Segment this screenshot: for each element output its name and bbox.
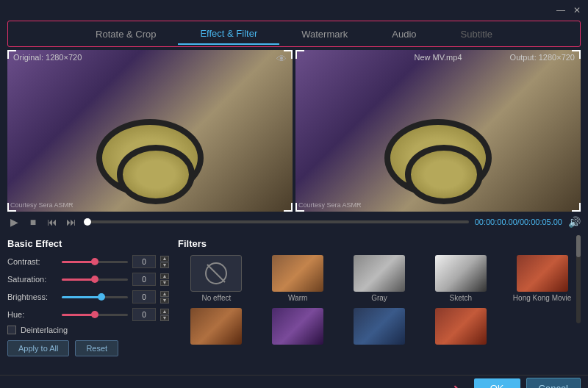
prev-frame-button[interactable]: ⏮ [46,215,59,229]
brightness-down[interactable]: ▼ [160,298,169,303]
close-button[interactable]: ✕ [572,5,582,15]
time-display: 00:00:00.00/00:00:05.00 [475,218,562,226]
filter-purple-thumb [272,308,323,345]
brightness-label: Brightness: [7,292,57,301]
hue-label: Hue: [7,310,57,319]
filter-warm-thumb [272,255,323,292]
contrast-down[interactable]: ▼ [160,262,169,268]
output-label: Output: 1280×720 [510,53,575,62]
right-watermark: Courtesy Sera ASMR [298,201,362,209]
filename-label: New MV.mp4 [414,53,462,62]
tab-watermark[interactable]: Watermark [279,24,370,44]
tab-effect-filter[interactable]: Effect & Filter [178,24,279,45]
filter-sketch-thumb [435,255,487,292]
contrast-value: 0 [132,255,156,268]
tab-bar: Rotate & Crop Effect & Filter Watermark … [7,21,581,47]
arrow-right-icon: ➜ [448,381,459,389]
apply-all-button[interactable]: Apply to All [7,340,69,356]
no-effect-icon [205,262,227,284]
hue-up[interactable]: ▲ [160,309,169,315]
volume-icon[interactable]: 🔊 [568,216,581,228]
contrast-label: Contrast: [7,257,57,266]
arrow-indicator: ➜ [7,381,468,389]
ok-button[interactable]: OK [474,378,520,388]
filter-gray-thumb [354,255,405,292]
title-bar: — ✕ [0,0,588,21]
reset-button[interactable]: Reset [75,340,118,356]
brightness-row: Brightness: 0 ▲ ▼ [7,290,169,303]
bottom-bar: ➜ OK Cancel [0,375,588,388]
filter-warm[interactable]: Warm [259,255,337,302]
saturation-down[interactable]: ▼ [160,280,169,286]
controls-bar: ▶ ■ ⏮ ⏭ 00:00:00.00/00:00:05.00 🔊 [0,212,588,232]
left-preview-image [7,50,293,212]
hue-value: 0 [132,308,156,321]
scrollbar[interactable] [576,235,581,323]
brightness-up[interactable]: ▲ [160,291,169,297]
tab-subtitle[interactable]: Subtitle [439,24,514,44]
filter-r2-thumb [190,308,242,345]
filter-no-effect-thumb [190,255,242,292]
saturation-spinners[interactable]: ▲ ▼ [160,273,169,286]
play-button[interactable]: ▶ [7,215,21,229]
progress-bar[interactable] [84,220,469,223]
main-content: Basic Effect Contrast: 0 ▲ ▼ Saturation: [0,232,588,372]
filters-panel: Filters No effect Warm Gray Sk [178,238,581,372]
filter-row2-1[interactable] [178,308,255,347]
preview-area: Original: 1280×720 👁 Courtesy Sera ASMR … [7,50,581,212]
deinterlacing-checkbox[interactable] [7,326,16,334]
filter-no-effect[interactable]: No effect [178,255,255,302]
saturation-row: Saturation: 0 ▲ ▼ [7,273,169,286]
filter-row2-2[interactable] [259,308,337,347]
contrast-row: Contrast: 0 ▲ ▼ [7,255,169,268]
hue-down[interactable]: ▼ [160,315,169,321]
filter-hk-thumb [517,255,568,292]
brightness-spinners[interactable]: ▲ ▼ [160,291,169,303]
filters-grid: No effect Warm Gray Sketch Hong Kong Mov… [178,255,581,347]
filter-gray-label: Gray [371,294,387,302]
saturation-slider[interactable] [62,274,128,284]
scrollbar-thumb[interactable] [576,235,581,257]
stop-button[interactable]: ■ [26,215,40,229]
saturation-value: 0 [132,273,156,286]
hue-slider[interactable] [62,309,128,320]
minimize-button[interactable]: — [556,5,566,15]
contrast-spinners[interactable]: ▲ ▼ [160,256,169,268]
brightness-value: 0 [132,290,156,303]
right-preview-panel: New MV.mp4 Output: 1280×720 Courtesy Ser… [295,50,581,212]
filter-hk2-thumb [435,308,487,345]
basic-effect-title: Basic Effect [7,238,169,249]
tab-audio[interactable]: Audio [370,24,438,44]
basic-effect-panel: Basic Effect Contrast: 0 ▲ ▼ Saturation: [7,238,169,372]
filter-warm-label: Warm [288,294,307,302]
contrast-slider[interactable] [62,256,128,267]
tab-rotate-crop[interactable]: Rotate & Crop [74,24,178,44]
cancel-button[interactable]: Cancel [526,378,581,388]
filter-sketch-label: Sketch [450,294,473,302]
next-frame-button[interactable]: ⏭ [65,215,78,229]
left-preview-panel: Original: 1280×720 👁 Courtesy Sera ASMR [7,50,293,212]
filter-hk-movie[interactable]: Hong Kong Movie [503,255,581,302]
filter-hk-label: Hong Kong Movie [513,294,572,302]
filter-row2-3[interactable] [341,308,418,347]
progress-dot [84,218,91,226]
left-watermark: Courtesy Sera ASMR [10,201,74,209]
saturation-up[interactable]: ▲ [160,273,169,279]
filter-sketch[interactable]: Sketch [422,255,499,302]
action-row: Apply to All Reset [7,340,169,356]
contrast-up[interactable]: ▲ [160,256,169,262]
saturation-label: Saturation: [7,275,57,284]
original-label: Original: 1280×720 [13,53,82,62]
filters-title: Filters [178,238,581,249]
hue-row: Hue: 0 ▲ ▼ [7,308,169,321]
right-preview-image [295,50,581,212]
hue-spinners[interactable]: ▲ ▼ [160,309,169,321]
filter-gray[interactable]: Gray [341,255,418,302]
filter-no-effect-label: No effect [201,294,231,302]
deinterlace-row: Deinterlacing [7,326,169,334]
filter-blue-thumb [354,308,405,345]
eye-icon[interactable]: 👁 [276,53,287,65]
brightness-slider[interactable] [62,292,128,302]
deinterlacing-label: Deinterlacing [21,326,68,334]
filter-row2-4[interactable] [422,308,499,347]
